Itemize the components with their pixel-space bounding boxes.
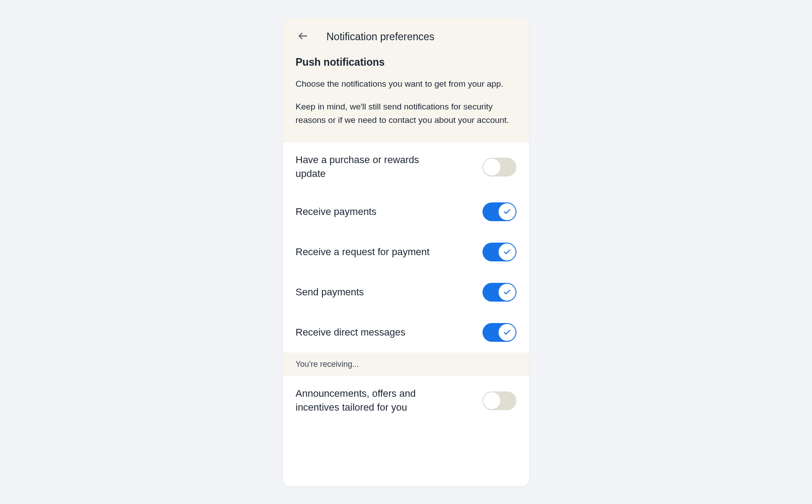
section-title: Push notifications [296,56,516,68]
toggle-knob [499,244,516,260]
toggle-switch[interactable] [482,202,516,221]
toggle-label: Receive direct messages [296,326,406,340]
toggle-label: Have a purchase or rewards update [296,153,439,181]
subheader: You're receiving... [283,353,529,376]
toggle-knob [499,324,516,341]
toggle-row: Have a purchase or rewards update [283,143,529,192]
phone-frame: Notification preferences Push notificati… [283,18,529,486]
back-button[interactable] [296,29,310,45]
toggle-knob [499,284,516,301]
header-bar: Notification preferences [296,29,516,45]
toggle-label: Receive a request for payment [296,245,430,259]
description-1: Choose the notifications you want to get… [296,77,516,90]
toggle-knob [483,159,500,176]
check-icon [503,288,511,296]
toggle-switch[interactable] [482,391,516,410]
toggle-list: Have a purchase or rewards updateReceive… [283,143,529,486]
toggle-row: Announcements, offers and incentives tai… [283,376,529,425]
toggle-switch[interactable] [482,323,516,342]
toggle-label: Receive payments [296,205,376,219]
toggle-row: Receive a request for payment [283,232,529,272]
toggle-row: Send payments [283,272,529,312]
toggle-knob [483,392,500,409]
toggle-row: Receive payments [283,192,529,232]
check-icon [503,248,511,256]
arrow-left-icon [297,30,309,43]
toggle-label: Announcements, offers and incentives tai… [296,387,439,415]
toggle-switch[interactable] [482,283,516,302]
toggle-switch[interactable] [482,158,516,176]
toggle-row: Receive direct messages [283,312,529,353]
check-icon [503,328,511,336]
description-2: Keep in mind, we'll still send notificat… [296,100,516,126]
toggle-knob [499,203,516,220]
page-title: Notification preferences [326,31,435,43]
check-icon [503,208,511,216]
toggle-switch[interactable] [482,243,516,261]
header-section: Notification preferences Push notificati… [283,18,529,143]
toggle-label: Send payments [296,286,364,299]
